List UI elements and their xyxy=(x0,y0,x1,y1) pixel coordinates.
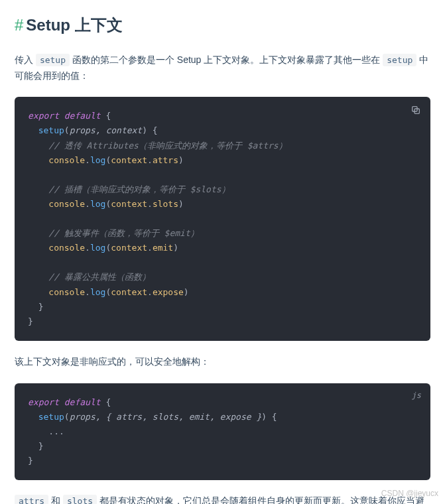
text: 函数的第二个参数是一个 Setup 上下文对象。上下文对象暴露了其他一些在 xyxy=(70,54,383,65)
text: 和 xyxy=(48,495,63,504)
code-content: export default { setup(props, { attrs, s… xyxy=(28,395,417,468)
inline-code: setup xyxy=(36,54,70,66)
inline-code: attrs xyxy=(15,495,48,504)
paragraph-3: attrs 和 slots 都是有状态的对象，它们总是会随着组件自身的更新而更新… xyxy=(15,493,430,504)
code-block-1: export default { setup(props, context) {… xyxy=(15,97,430,340)
code-block-2: js export default { setup(props, { attrs… xyxy=(15,383,430,480)
inline-code: setup xyxy=(383,54,416,66)
copy-icon[interactable] xyxy=(411,105,421,115)
text: 传入 xyxy=(15,54,36,65)
inline-code: slots xyxy=(63,495,97,504)
page-title: #Setup 上下文 xyxy=(15,12,430,39)
paragraph-2: 该上下文对象是非响应式的，可以安全地解构： xyxy=(15,354,430,370)
code-content: export default { setup(props, context) {… xyxy=(28,109,417,328)
language-label: js xyxy=(412,389,421,402)
intro-paragraph: 传入 setup 函数的第二个参数是一个 Setup 上下文对象。上下文对象暴露… xyxy=(15,52,430,84)
anchor-hash[interactable]: # xyxy=(15,16,23,34)
heading-text: Setup 上下文 xyxy=(26,16,122,34)
